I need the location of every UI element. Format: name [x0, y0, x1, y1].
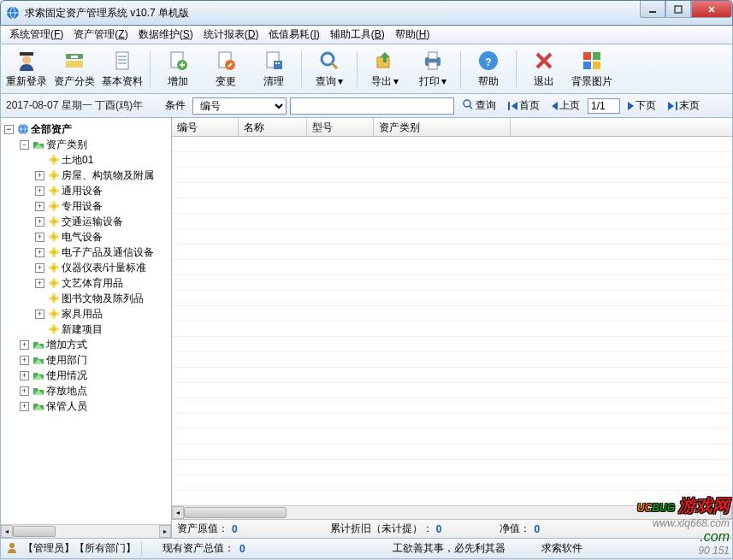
- menu-item-f[interactable]: 系统管理(F): [4, 26, 68, 44]
- menu-item-d[interactable]: 统计报表(D): [198, 26, 264, 44]
- expand-icon[interactable]: +: [35, 279, 44, 288]
- expand-icon[interactable]: +: [35, 309, 44, 319]
- exit-icon: [532, 49, 556, 73]
- column-header[interactable]: 资产类别: [374, 118, 511, 136]
- expand-icon[interactable]: +: [20, 386, 29, 396]
- grid-row: [172, 368, 732, 383]
- bar-icon: [508, 102, 510, 110]
- clear-button[interactable]: 清理: [250, 47, 298, 91]
- app-icon: [6, 6, 20, 20]
- svg-point-61: [52, 247, 56, 251]
- first-page-button[interactable]: 首页: [504, 97, 544, 115]
- svg-point-46: [52, 201, 56, 204]
- search-input[interactable]: [290, 97, 454, 115]
- condition-select[interactable]: 编号: [192, 97, 287, 115]
- next-page-button[interactable]: 下页: [624, 97, 660, 115]
- tree-node[interactable]: +房屋、构筑物及附属: [33, 168, 169, 183]
- tree-label: 电子产品及通信设备: [62, 245, 154, 260]
- prev-page-button[interactable]: 上页: [547, 97, 584, 115]
- tree-node[interactable]: 新建项目: [33, 321, 169, 337]
- scroll-right-icon[interactable]: ▸: [159, 525, 171, 538]
- grid-row: [172, 306, 732, 321]
- grid-horizontal-scrollbar[interactable]: ◂ ▸: [172, 505, 732, 519]
- tree-node[interactable]: +使用部门: [18, 352, 169, 368]
- page-input[interactable]: [588, 98, 620, 114]
- change-button[interactable]: 变更: [202, 47, 250, 91]
- maximize-button[interactable]: [665, 1, 691, 18]
- svg-point-57: [52, 239, 56, 242]
- export-button[interactable]: 导出▾: [361, 47, 409, 91]
- tree-node[interactable]: +保管人员: [18, 398, 169, 414]
- grid-row: [172, 198, 732, 214]
- expand-icon[interactable]: +: [35, 186, 44, 196]
- expand-icon[interactable]: +: [20, 340, 29, 350]
- basic-info-button[interactable]: 基本资料: [98, 47, 146, 91]
- tree-node[interactable]: +电气设备: [33, 229, 169, 245]
- scroll-left-icon[interactable]: ◂: [172, 506, 184, 519]
- next-label: 下页: [635, 98, 656, 113]
- grid-row: [172, 214, 732, 229]
- tree-node[interactable]: +通用设备: [33, 183, 169, 198]
- svg-point-83: [49, 312, 52, 315]
- exit-button[interactable]: 退出: [520, 47, 568, 91]
- expand-icon[interactable]: −: [20, 140, 29, 150]
- tree-node[interactable]: +交通运输设备: [33, 214, 169, 229]
- query-label: 查询: [476, 98, 496, 113]
- query-button-small[interactable]: 查询: [458, 97, 500, 115]
- expand-icon[interactable]: +: [35, 202, 44, 211]
- scroll-left-icon[interactable]: ◂: [1, 525, 13, 538]
- tree-node[interactable]: +使用情况: [18, 368, 169, 383]
- column-header[interactable]: 型号: [307, 118, 374, 136]
- tree-node[interactable]: +家具用品: [33, 306, 169, 321]
- menu-item-h[interactable]: 帮助(H): [390, 26, 435, 44]
- menu-item-z[interactable]: 资产管理(Z): [68, 26, 133, 44]
- original-value-label: 资产原值：: [177, 522, 228, 536]
- close-button[interactable]: [691, 1, 732, 18]
- relogin-button[interactable]: 重新登录: [3, 47, 50, 91]
- tree-label: 家具用品: [62, 306, 103, 321]
- asset-category-button[interactable]: 资产分类: [50, 47, 98, 91]
- tree-node[interactable]: +存放地点: [18, 383, 169, 398]
- minimize-button[interactable]: [640, 1, 665, 18]
- last-page-button[interactable]: 末页: [664, 97, 704, 115]
- tree-node[interactable]: −资产类别: [18, 137, 169, 152]
- expand-icon[interactable]: +: [35, 217, 44, 227]
- tree-root-node[interactable]: −全部资产: [3, 121, 169, 137]
- query-button[interactable]: 查询▾: [305, 47, 353, 91]
- flower-icon: [48, 215, 60, 227]
- expand-icon[interactable]: +: [35, 233, 44, 242]
- tree-node[interactable]: 土地01: [33, 152, 169, 168]
- help-button[interactable]: ?帮助: [464, 47, 512, 91]
- tree-node[interactable]: +增加方式: [18, 337, 169, 352]
- expand-icon[interactable]: +: [35, 171, 44, 180]
- svg-point-89: [56, 327, 59, 331]
- collapse-icon[interactable]: −: [4, 125, 14, 134]
- tree-node[interactable]: +文艺体育用品: [33, 275, 169, 291]
- expand-icon[interactable]: +: [35, 263, 44, 273]
- svg-point-33: [49, 158, 52, 162]
- chevron-down-icon: ▾: [441, 75, 446, 87]
- print-button[interactable]: 打印▾: [409, 47, 457, 91]
- chevron-down-icon: ▾: [338, 75, 343, 87]
- expand-icon[interactable]: +: [20, 356, 29, 365]
- tree-node[interactable]: 图书文物及陈列品: [33, 291, 169, 306]
- svg-rect-26: [583, 62, 591, 69]
- expand-icon[interactable]: +: [20, 371, 29, 380]
- bg-image-button[interactable]: 背景图片: [568, 47, 616, 91]
- tree-node[interactable]: +仪器仪表/计量标准: [33, 260, 169, 275]
- menu-item-i[interactable]: 低值易耗(I): [263, 26, 324, 44]
- scroll-thumb[interactable]: [184, 507, 287, 518]
- tree-node[interactable]: +专用设备: [33, 198, 169, 214]
- tree-horizontal-scrollbar[interactable]: ◂ ▸: [1, 524, 171, 538]
- expand-icon[interactable]: +: [20, 402, 29, 411]
- help-icon: ?: [476, 49, 500, 73]
- expand-icon[interactable]: +: [35, 248, 44, 257]
- scroll-thumb[interactable]: [13, 526, 56, 537]
- tree-node[interactable]: +电子产品及通信设备: [33, 245, 169, 260]
- column-header[interactable]: 编号: [172, 118, 239, 136]
- menu-item-s[interactable]: 数据维护(S): [133, 26, 198, 44]
- menu-item-b[interactable]: 辅助工具(B): [325, 26, 390, 44]
- column-header[interactable]: 名称: [239, 118, 307, 136]
- add-button[interactable]: 增加: [154, 47, 202, 91]
- scroll-right-icon[interactable]: ▸: [720, 506, 732, 519]
